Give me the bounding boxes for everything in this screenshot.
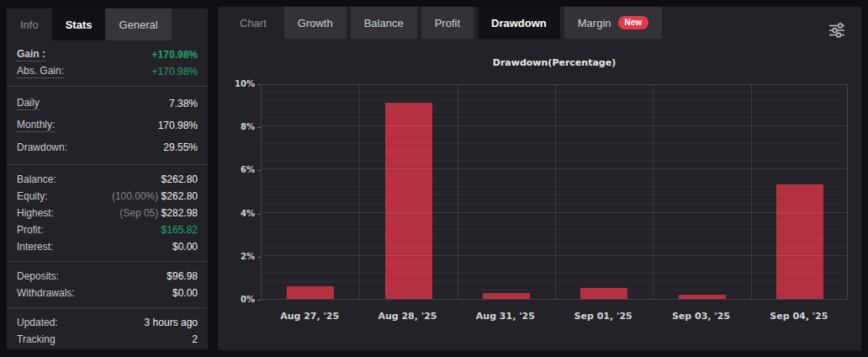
stat-row-abs-gain: Abs. Gain:+170.98%: [17, 63, 198, 80]
stat-value: $0.00: [172, 241, 198, 253]
drawdown-bar-sep-03-25[interactable]: [679, 295, 726, 299]
y-tick-mark: [257, 214, 261, 215]
left-tab-info[interactable]: Info: [7, 8, 52, 40]
minor-gridline: [262, 117, 847, 118]
stat-value: 2: [192, 333, 198, 345]
y-tick-mark: [257, 84, 261, 85]
drawdown-bar-aug-28-25[interactable]: [385, 103, 432, 299]
tab-label: Profit: [435, 17, 460, 29]
drawdown-bar-aug-27-25[interactable]: [287, 286, 334, 299]
tab-profit[interactable]: Profit: [421, 7, 474, 39]
tab-drawdown[interactable]: Drawdown: [478, 7, 560, 39]
section-divider: [7, 261, 208, 262]
stats-list: Gain :+170.98%Abs. Gain:+170.98%Daily7.3…: [7, 40, 208, 352]
stat-label: Daily: [17, 97, 40, 110]
tab-margin[interactable]: MarginNew: [564, 7, 662, 39]
chart-panel: ChartGrowthBalanceProfitDrawdownMarginNe…: [218, 7, 861, 350]
stat-row-monthly: Monthly:170.98%: [17, 115, 198, 136]
stat-row-highest: Highest:(Sep 05) $282.98: [17, 205, 198, 221]
stat-value-prefix: (Sep 05): [119, 207, 161, 219]
stat-row-balance: Balance:$262.80: [17, 171, 198, 188]
stat-row-daily: Daily7.38%: [17, 93, 198, 115]
stat-row-tracking: Tracking2: [17, 331, 198, 348]
y-tick-label: 4%: [218, 209, 255, 218]
stat-label: Drawdown:: [17, 141, 67, 153]
minor-gridline: [262, 237, 847, 238]
stat-label: Highest:: [17, 207, 54, 219]
stat-row-profit: Profit:$165.82: [17, 221, 198, 238]
drawdown-bar-sep-01-25[interactable]: [580, 288, 627, 299]
major-gridline: [262, 212, 847, 213]
stat-row-updated: Updated:3 hours ago: [17, 314, 198, 331]
left-tab-general[interactable]: General: [105, 8, 171, 40]
left-tab-bar: InfoStatsGeneral: [7, 8, 208, 40]
tab-label: Margin: [578, 17, 611, 29]
new-badge: New: [618, 16, 649, 29]
stat-value: $96.98: [167, 270, 198, 282]
minor-gridline: [262, 281, 847, 282]
category-gridline: [555, 85, 556, 299]
tab-balance[interactable]: Balance: [351, 7, 417, 39]
minor-gridline: [262, 109, 847, 109]
tab-growth[interactable]: Growth: [284, 7, 347, 39]
tab-label: Growth: [298, 17, 333, 29]
stat-label: Withdrawals:: [17, 287, 75, 299]
drawdown-bar-aug-31-25[interactable]: [483, 293, 530, 299]
left-tab-stats[interactable]: Stats: [52, 8, 106, 40]
category-gridline: [653, 85, 654, 299]
category-gridline: [458, 85, 458, 299]
stats-section: Updated:3 hours agoTracking2: [7, 310, 208, 352]
stats-section: Daily7.38%Monthly:170.98%Drawdown:29.55%: [7, 88, 208, 163]
stat-value: (Sep 05) $282.98: [119, 207, 198, 219]
stats-section: Deposits:$96.98Withdrawals:$0.00: [7, 264, 208, 306]
stat-row-withdrawals: Withdrawals:$0.00: [17, 285, 198, 301]
stat-value: 170.98%: [158, 120, 198, 131]
major-gridline: [262, 125, 847, 126]
stat-label: Balance:: [17, 173, 56, 185]
minor-gridline: [262, 134, 847, 135]
stat-value: $0.00: [172, 287, 198, 299]
x-tick-label: Aug 27, '25: [261, 311, 358, 322]
tab-chart[interactable]: Chart: [226, 7, 280, 39]
chart-tab-bar: ChartGrowthBalanceProfitDrawdownMarginNe…: [218, 7, 861, 39]
y-tick-mark: [257, 300, 261, 301]
section-divider: [7, 164, 208, 165]
stat-label: Interest:: [17, 241, 53, 253]
stat-value: +170.98%: [152, 49, 198, 61]
stat-label: Gain :: [17, 48, 45, 61]
tab-label: Balance: [364, 17, 404, 29]
chart-area: Drawdown(Percentage) 0%2%4%6%8%10% Aug 2…: [218, 39, 861, 350]
y-tick-label: 0%: [218, 295, 255, 304]
minor-gridline: [262, 264, 847, 264]
minor-gridline: [262, 272, 847, 273]
stat-value: 7.38%: [169, 98, 198, 109]
stat-label: Monthly:: [17, 119, 55, 132]
drawdown-bar-sep-04-25[interactable]: [776, 184, 823, 299]
section-divider: [7, 307, 208, 308]
minor-gridline: [262, 91, 847, 92]
stat-value-prefix: (100.00%): [112, 190, 161, 202]
x-tick-label: Aug 31, '25: [457, 311, 554, 322]
tab-label: Chart: [240, 17, 267, 29]
stats-section: Gain :+170.98%Abs. Gain:+170.98%: [7, 42, 208, 84]
stat-label: Updated:: [17, 317, 58, 328]
x-tick-label: Sep 04, '25: [750, 311, 848, 322]
stat-label: Tracking: [17, 333, 56, 345]
minor-gridline: [262, 143, 847, 144]
stat-row-drawdown: Drawdown:29.55%: [17, 136, 198, 158]
stat-value: (100.00%) $262.80: [112, 190, 198, 202]
minor-gridline: [262, 178, 847, 178]
stat-value: +170.98%: [152, 66, 198, 77]
stat-row-equity: Equity:(100.00%) $262.80: [17, 188, 198, 205]
stat-row-gain: Gain :+170.98%: [17, 46, 198, 63]
x-tick-label: Sep 01, '25: [554, 311, 652, 322]
category-gridline: [359, 85, 360, 299]
y-tick-label: 6%: [218, 165, 255, 174]
plot-area: [261, 84, 848, 300]
y-tick-mark: [257, 257, 261, 258]
stat-label: Deposits:: [17, 270, 59, 282]
major-gridline: [262, 168, 847, 169]
sliders-icon: [827, 20, 847, 40]
minor-gridline: [262, 221, 847, 221]
stat-label: Abs. Gain:: [17, 65, 64, 78]
